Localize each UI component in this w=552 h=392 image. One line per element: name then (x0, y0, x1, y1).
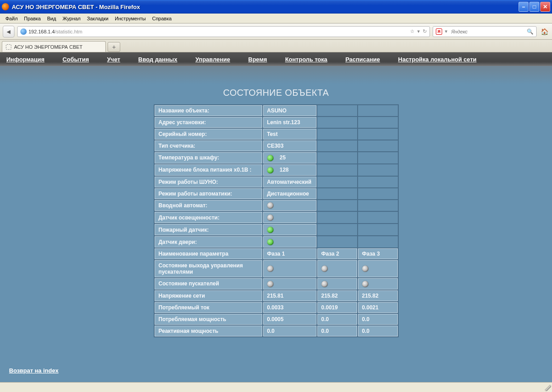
object-state-table: Название объекта:ASUNO Адрес установки:L… (154, 104, 399, 337)
nav-input[interactable]: Ввод данных (138, 56, 177, 63)
led-indicator (267, 266, 274, 272)
window-close-button[interactable]: ✕ (540, 2, 550, 12)
led-indicator (267, 202, 274, 209)
table-row: Адрес установки:Lenin str.123 (155, 117, 398, 128)
menu-edit[interactable]: Правка (21, 15, 43, 22)
led-indicator (267, 281, 274, 287)
back-button[interactable]: ◄ (3, 26, 14, 37)
menu-help[interactable]: Справка (149, 15, 174, 22)
page-content: Информация События Учет Ввод данных Упра… (0, 52, 552, 382)
back-to-index-link[interactable]: Возврат на index (9, 367, 58, 374)
table-row: Напряжение сети215.81215.82215.82 (155, 290, 398, 301)
led-indicator (321, 266, 328, 272)
nav-control[interactable]: Управление (195, 56, 230, 63)
dropdown-icon[interactable]: ▾ (417, 28, 420, 34)
table-row: Потребляемая мощность0.00050.00.0 (155, 314, 398, 325)
table-row: Датчик двери: (155, 236, 398, 247)
menu-bookmarks[interactable]: Закладки (84, 15, 111, 22)
search-icon[interactable]: 🔍 (527, 28, 533, 35)
nav-time[interactable]: Время (248, 56, 267, 63)
search-input[interactable] (450, 28, 524, 35)
firefox-icon (2, 3, 9, 10)
table-row: Тип счетчика:CE303 (155, 140, 398, 151)
nav-info[interactable]: Информация (6, 56, 44, 63)
browser-tab[interactable]: АСУ НО ЭНЕРГОМЕРА СВЕТ (2, 41, 106, 52)
browser-menubar: Файл Правка Вид Журнал Закладки Инструме… (0, 14, 552, 23)
table-row: Датчик освещенности: (155, 212, 398, 223)
nav-schedule[interactable]: Расписание (345, 56, 380, 63)
table-row: Название объекта:ASUNO (155, 105, 398, 116)
led-indicator (267, 227, 274, 233)
search-box[interactable]: Я ▾ 🔍 (433, 26, 537, 37)
table-header-row: Наименование параметра Фаза 1 Фаза 2 Фаз… (155, 248, 398, 259)
new-tab-button[interactable]: + (108, 42, 120, 52)
table-row: Пожарный датчик: (155, 224, 398, 235)
window-minimize-button[interactable]: – (519, 2, 528, 12)
window-maximize-button[interactable]: □ (529, 2, 539, 12)
site-nav: Информация События Учет Ввод данных Упра… (0, 52, 552, 66)
nav-lan[interactable]: Настройка локальной сети (398, 56, 477, 63)
led-indicator (267, 239, 274, 245)
led-indicator (362, 266, 368, 272)
table-row: Состояние пускателей (155, 278, 398, 289)
nav-current[interactable]: Контроль тока (285, 56, 327, 63)
menu-file[interactable]: Файл (3, 15, 20, 22)
led-indicator (267, 155, 274, 161)
menu-view[interactable]: Вид (44, 15, 59, 22)
led-indicator (362, 281, 368, 287)
table-row: Напряжение блока питания x0.1В :128 (155, 164, 398, 176)
reload-icon[interactable]: ↻ (423, 28, 427, 34)
url-input[interactable]: 192.168.1.4/statistic.htm ☆ ▾ ↻ (17, 26, 430, 37)
home-button[interactable]: 🏠 (539, 27, 549, 37)
table-row: Состояние выхода управления пускателями (155, 260, 398, 277)
table-row: Вводной автомат: (155, 200, 398, 211)
browser-navbar: ◄ 192.168.1.4/statistic.htm ☆ ▾ ↻ Я ▾ 🔍 … (0, 23, 552, 40)
window-title: АСУ НО ЭНЕРГОМЕРА СВЕТ - Mozilla Firefox (12, 4, 519, 10)
tab-strip: АСУ НО ЭНЕРГОМЕРА СВЕТ + (0, 40, 552, 52)
menu-tools[interactable]: Инструменты (112, 15, 149, 22)
table-row: Режим работы автоматики:Дистанционное (155, 188, 398, 199)
table-row: Реактивная мощность0.00.00.0 (155, 326, 398, 336)
yandex-icon: Я (436, 28, 442, 35)
table-row: Температура в шкафу:25 (155, 152, 398, 163)
globe-icon (20, 28, 27, 35)
page-icon (6, 44, 11, 50)
table-row: Режим работы ШУНО:Автоматический (155, 177, 398, 187)
page-title: СОСТОЯНИЕ ОБЪЕКТА (0, 88, 552, 98)
bookmark-star-icon[interactable]: ☆ (410, 28, 415, 34)
menu-history[interactable]: Журнал (60, 15, 83, 22)
led-indicator (321, 281, 328, 287)
window-titlebar: АСУ НО ЭНЕРГОМЕРА СВЕТ - Mozilla Firefox… (0, 0, 552, 14)
resize-grip-icon[interactable] (545, 385, 551, 391)
led-indicator (267, 215, 274, 221)
nav-account[interactable]: Учет (107, 56, 120, 63)
led-indicator (267, 167, 274, 173)
nav-events[interactable]: События (62, 56, 89, 63)
tab-title: АСУ НО ЭНЕРГОМЕРА СВЕТ (14, 44, 83, 50)
url-text: 192.168.1.4/statistic.htm (28, 29, 82, 34)
status-bar (0, 382, 552, 392)
table-row: Потребляемый ток0.00330.00190.0021 (155, 302, 398, 313)
table-row: Серийный номер:Test (155, 129, 398, 140)
